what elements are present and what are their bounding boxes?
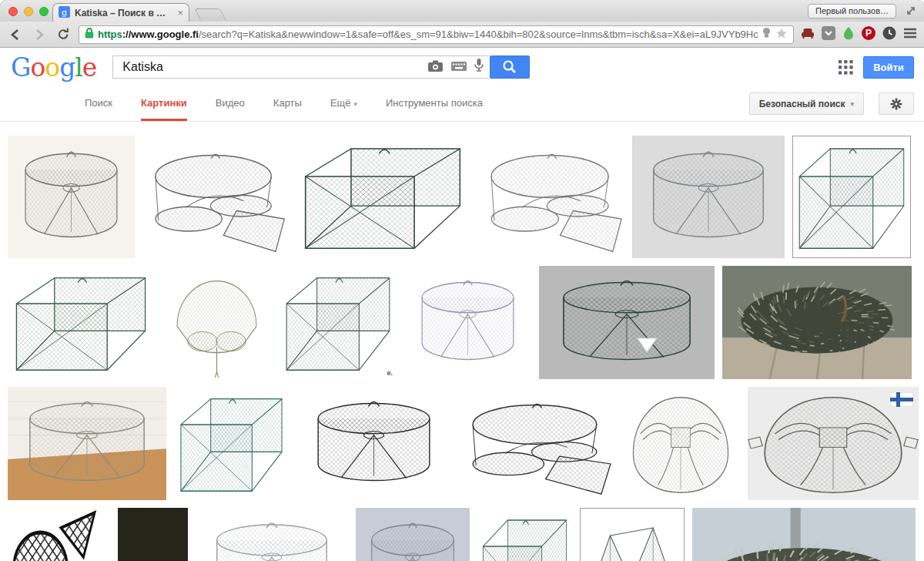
reload-button[interactable]: [55, 26, 72, 43]
nav-tab-more[interactable]: Ещё▾: [330, 97, 357, 121]
image-result[interactable]: [621, 387, 740, 500]
voice-search-mic-icon[interactable]: [474, 59, 484, 76]
image-result[interactable]: [580, 508, 685, 561]
image-result[interactable]: [459, 387, 614, 500]
back-button[interactable]: [7, 26, 24, 43]
image-results-grid: e.: [0, 122, 924, 561]
sign-in-button[interactable]: Войти: [863, 56, 914, 79]
tab-favicon-icon: g: [59, 6, 70, 20]
fullscreen-icon[interactable]: [906, 5, 916, 19]
image-result[interactable]: [8, 136, 135, 258]
browser-window: g Katiska – Поиск в Google × Первый поль…: [0, 0, 924, 561]
logo-letter: o: [45, 52, 59, 82]
image-result[interactable]: e.: [280, 266, 397, 379]
armchair-extension-icon[interactable]: [801, 27, 815, 42]
image-result[interactable]: [477, 508, 572, 561]
image-result[interactable]: [162, 266, 272, 379]
pocket-extension-icon[interactable]: [822, 26, 835, 43]
google-apps-grid-icon[interactable]: [839, 60, 853, 78]
logo-letter: g: [59, 52, 75, 82]
minimize-window-button[interactable]: [24, 7, 33, 16]
zoom-window-button[interactable]: [39, 7, 49, 16]
image-result[interactable]: [118, 508, 188, 561]
browser-toolbar: https://www.google.fi/search?q=Katiska&n…: [0, 22, 924, 48]
nav-tab-videos[interactable]: Видео: [216, 97, 245, 121]
image-result[interactable]: [792, 136, 911, 258]
address-bar[interactable]: https://www.google.fi/search?q=Katiska&n…: [79, 25, 794, 44]
window-controls: [8, 7, 49, 16]
image-result[interactable]: [296, 387, 451, 500]
history-clock-extension-icon[interactable]: [882, 26, 896, 43]
profile-switcher-button[interactable]: Первый пользов…: [808, 4, 896, 18]
image-result[interactable]: [8, 266, 154, 379]
search-by-image-camera-icon[interactable]: [428, 60, 444, 75]
green-drop-extension-icon[interactable]: [842, 26, 855, 43]
safesearch-button[interactable]: Безопасный поиск ▾: [749, 92, 864, 115]
image-result[interactable]: [722, 266, 912, 379]
url-path: /search?q=Katiska&newwindow=1&safe=off&e…: [199, 29, 758, 40]
menu-hamburger-icon[interactable]: [903, 28, 917, 42]
tab-title: Katiska – Поиск в Google: [75, 8, 172, 18]
google-logo[interactable]: Google: [11, 55, 96, 80]
gear-icon: [889, 97, 903, 111]
finnish-flag-icon: [890, 392, 913, 407]
results-row: e.: [8, 266, 924, 379]
nav-tab-images[interactable]: Картинки: [141, 97, 187, 121]
image-result[interactable]: [478, 136, 624, 258]
forward-button[interactable]: [31, 26, 48, 43]
image-result[interactable]: [174, 387, 289, 500]
image-result[interactable]: [295, 136, 470, 258]
results-nav: ПоискКартинкиВидеоКартыЕщё▾Инструменты п…: [0, 86, 924, 122]
image-result[interactable]: [142, 136, 287, 258]
image-result[interactable]: [692, 508, 916, 561]
image-result[interactable]: [356, 508, 470, 561]
title-bar: g Katiska – Поиск в Google × Первый поль…: [0, 0, 924, 22]
page-action-lamp-icon[interactable]: [762, 27, 772, 42]
svg-text:g: g: [62, 7, 67, 17]
safesearch-label: Безопасный поиск: [759, 99, 845, 109]
browser-tab[interactable]: g Katiska – Поиск в Google ×: [52, 3, 189, 22]
nav-tab-search-tools[interactable]: Инструменты поиска: [386, 97, 483, 121]
search-button[interactable]: [490, 55, 530, 79]
image-result[interactable]: [404, 266, 531, 379]
search-input[interactable]: [121, 59, 420, 75]
results-row: [8, 508, 924, 561]
tab-close-icon[interactable]: ×: [177, 8, 183, 18]
image-result[interactable]: [539, 266, 715, 379]
chevron-down-icon: ▾: [850, 100, 854, 108]
results-row: [8, 387, 924, 500]
url-scheme: https: [98, 29, 122, 40]
https-lock-icon: [85, 27, 94, 42]
keyboard-icon[interactable]: [451, 60, 467, 74]
extension-icons: P: [801, 26, 917, 43]
svg-text:P: P: [865, 28, 872, 39]
chevron-down-icon: ▾: [353, 100, 357, 108]
image-result[interactable]: [748, 387, 919, 500]
url-host: ://www.google.fi: [122, 29, 199, 40]
new-tab-button[interactable]: [195, 8, 226, 20]
pinterest-extension-icon[interactable]: P: [862, 26, 875, 43]
logo-letter: e: [82, 52, 97, 82]
logo-letter: o: [30, 52, 45, 82]
nav-tab-search[interactable]: Поиск: [85, 97, 112, 121]
close-window-button[interactable]: [8, 7, 18, 16]
nav-tab-maps[interactable]: Карты: [273, 97, 302, 121]
search-box: [112, 55, 490, 79]
image-result[interactable]: [196, 508, 348, 561]
logo-letter: G: [11, 52, 30, 82]
image-result[interactable]: [8, 387, 166, 500]
url-text: https://www.google.fi/search?q=Katiska&n…: [98, 29, 758, 40]
bookmark-star-icon[interactable]: [775, 27, 788, 42]
image-result[interactable]: [8, 508, 110, 561]
image-result[interactable]: [632, 136, 785, 258]
google-header: Google Войти: [0, 48, 924, 86]
results-row: [8, 136, 924, 258]
logo-letter: l: [75, 52, 82, 82]
image-watermark: e.: [387, 369, 393, 377]
settings-gear-button[interactable]: [879, 92, 914, 115]
